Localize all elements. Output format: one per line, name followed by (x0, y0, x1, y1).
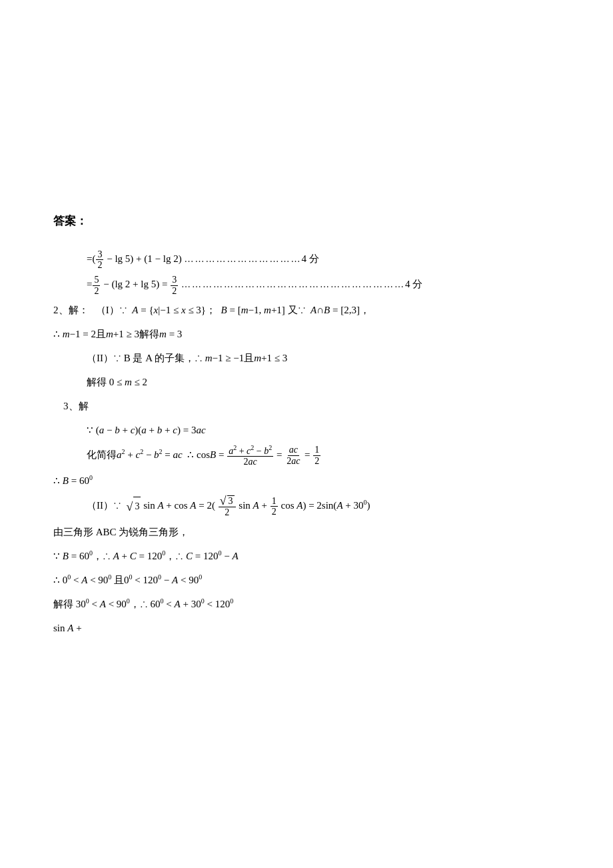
math-line-7: 3、解 (53, 396, 560, 416)
answer-title: 答案： (53, 213, 560, 229)
math-line-5: （II）∵ B 是 A 的子集，∴ m−1 ≥ −1且m+1 ≤ 3 (53, 348, 560, 368)
math-line-8: ∵ (a − b + c)(a + b + c) = 3ac (53, 420, 560, 440)
math-line-13: ∵ B = 600，∴ A + C = 1200，∴ C = 1200 − A (53, 546, 560, 566)
math-line-2: =52 − (lg 2 + lg 5) = 32 ………………………………………… (53, 274, 560, 295)
math-line-9: 化简得a2 + c2 − b2 = ac ∴ cosB = a2 + c2 − … (53, 444, 560, 467)
math-line-15: 解得 300 < A < 900，∴ 600 < A + 300 < 1200 (53, 594, 560, 614)
math-line-4: ∴ m−1 = 2且m+1 ≥ 3解得m = 3 (53, 324, 560, 344)
math-line-1: =(32 − lg 5) + (1 − lg 2) ……………………………4 分 (53, 249, 560, 270)
math-line-12: 由三角形 ABC 为锐角三角形， (53, 522, 560, 542)
math-line-11: （II）∵ √3 sin A + cos A = 2( √32 sin A + … (53, 495, 560, 517)
math-line-3: 2、解： （I）∵ A = {x|−1 ≤ x ≤ 3}； B = [m−1, … (53, 300, 560, 320)
math-line-10: ∴ B = 600 (53, 471, 560, 491)
math-line-6: 解得 0 ≤ m ≤ 2 (53, 372, 560, 392)
content-block: =(32 − lg 5) + (1 − lg 2) ……………………………4 分… (53, 249, 560, 638)
math-line-16: sin A + (53, 618, 560, 638)
math-line-14: ∴ 00 < A < 900 且00 < 1200 − A < 900 (53, 570, 560, 590)
